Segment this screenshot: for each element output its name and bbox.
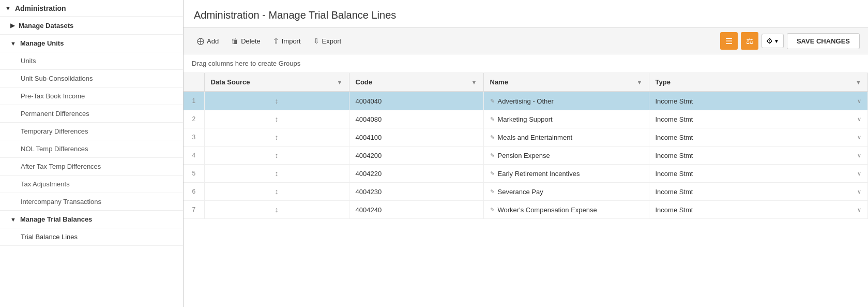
type-value: Income Stmt bbox=[656, 97, 693, 105]
name-value: Pension Expense bbox=[498, 152, 550, 159]
table-row[interactable]: 6 ↕ 4004230 ✎ Severance Pay Income Stmt … bbox=[184, 183, 868, 201]
edit-name-icon[interactable]: ✎ bbox=[490, 98, 495, 105]
delete-button[interactable]: 🗑 Delete bbox=[226, 34, 266, 48]
sidebar-administration-header[interactable]: ▼ Administration bbox=[0, 0, 183, 17]
save-changes-button[interactable]: SAVE CHANGES bbox=[787, 33, 860, 49]
main-header: Administration - Manage Trial Balance Li… bbox=[184, 0, 868, 28]
td-name: ✎ Pension Expense bbox=[483, 147, 649, 165]
sidebar-item-pre-tax-book-income[interactable]: Pre-Tax Book Income bbox=[0, 87, 183, 105]
td-code: 4004230 bbox=[349, 183, 483, 201]
table-row[interactable]: 2 ↕ 4004080 ✎ Marketing Support Income S… bbox=[184, 110, 868, 128]
td-row-num: 6 bbox=[184, 183, 204, 201]
list-view-button[interactable]: ☰ bbox=[720, 32, 738, 50]
edit-name-icon[interactable]: ✎ bbox=[490, 188, 495, 195]
type-dropdown-icon[interactable]: ▼ bbox=[856, 79, 861, 85]
name-dropdown-icon[interactable]: ▼ bbox=[637, 79, 643, 85]
table-row[interactable]: 7 ↕ 4004240 ✎ Worker's Compensation Expe… bbox=[184, 201, 868, 219]
import-button[interactable]: ⇪ Import bbox=[268, 34, 306, 48]
table-row[interactable]: 1 ↕ 4004040 ✎ Advertising - Other Income… bbox=[184, 92, 868, 110]
administration-arrow: ▼ bbox=[5, 5, 11, 11]
manage-units-label: Manage Units bbox=[20, 39, 64, 47]
td-row-num: 2 bbox=[184, 110, 204, 128]
page-title: Administration - Manage Trial Balance Li… bbox=[194, 9, 858, 21]
sidebar-item-manage-units[interactable]: ▼ Manage Units bbox=[0, 35, 183, 52]
sidebar-item-unit-sub-consolidations[interactable]: Unit Sub-Consolidations bbox=[0, 70, 183, 87]
type-row-dropdown-icon[interactable]: ∨ bbox=[857, 188, 861, 195]
sidebar-item-after-tax-temp-differences[interactable]: After Tax Temp Differences bbox=[0, 158, 183, 176]
settings-button[interactable]: ⚙ ▼ bbox=[762, 34, 784, 48]
td-type: Income Stmt ∨ bbox=[649, 201, 868, 219]
td-code: 4004040 bbox=[349, 92, 483, 110]
type-row-dropdown-icon[interactable]: ∨ bbox=[857, 98, 861, 105]
sidebar-item-nol-temp-differences[interactable]: NOL Temp Differences bbox=[0, 140, 183, 158]
td-datasource[interactable]: ↕ bbox=[204, 165, 349, 183]
td-code: 4004080 bbox=[349, 110, 483, 128]
manage-datasets-label: Manage Datasets bbox=[19, 22, 73, 30]
data-source-dropdown-icon[interactable]: ▼ bbox=[337, 79, 343, 85]
table-row[interactable]: 5 ↕ 4004220 ✎ Early Retirement Incentive… bbox=[184, 165, 868, 183]
name-value: Worker's Compensation Expense bbox=[498, 206, 597, 214]
type-row-dropdown-icon[interactable]: ∨ bbox=[857, 152, 861, 159]
td-datasource[interactable]: ↕ bbox=[204, 183, 349, 201]
name-value: Marketing Support bbox=[498, 115, 553, 123]
sidebar-item-trial-balance-lines[interactable]: Trial Balance Lines bbox=[0, 228, 183, 246]
type-row-dropdown-icon[interactable]: ∨ bbox=[857, 116, 861, 123]
code-dropdown-icon[interactable]: ▼ bbox=[471, 79, 477, 85]
export-icon: ⇩ bbox=[313, 37, 319, 45]
type-row-dropdown-icon[interactable]: ∨ bbox=[857, 207, 861, 213]
type-row-dropdown-icon[interactable]: ∨ bbox=[857, 170, 861, 177]
datasource-link-icon: ↕ bbox=[275, 97, 279, 105]
th-name[interactable]: Name ▼ bbox=[483, 73, 649, 92]
gear-icon: ⚙ bbox=[766, 37, 773, 45]
export-button[interactable]: ⇩ Export bbox=[308, 34, 347, 48]
td-datasource[interactable]: ↕ bbox=[204, 147, 349, 165]
td-code: 4004240 bbox=[349, 201, 483, 219]
sidebar-collapse-tab[interactable]: ❮ bbox=[183, 143, 184, 164]
type-row-dropdown-icon[interactable]: ∨ bbox=[857, 134, 861, 141]
add-button[interactable]: ⨁ Add bbox=[192, 34, 224, 48]
manage-trial-balances-label: Manage Trial Balances bbox=[20, 215, 92, 223]
td-name: ✎ Advertising - Other bbox=[483, 92, 649, 110]
th-data-source[interactable]: Data Source ▼ bbox=[204, 73, 349, 92]
th-code[interactable]: Code ▼ bbox=[349, 73, 483, 92]
sidebar-item-permanent-differences[interactable]: Permanent Differences bbox=[0, 105, 183, 123]
type-value: Income Stmt bbox=[656, 206, 693, 214]
sidebar-item-manage-datasets[interactable]: ▶ Manage Datasets bbox=[0, 17, 183, 35]
td-name: ✎ Meals and Entertainment bbox=[483, 128, 649, 147]
administration-label: Administration bbox=[15, 4, 66, 12]
sidebar-item-manage-trial-balances[interactable]: ▼ Manage Trial Balances bbox=[0, 211, 183, 228]
type-value: Income Stmt bbox=[656, 115, 693, 123]
td-code: 4004100 bbox=[349, 128, 483, 147]
sidebar-item-tax-adjustments[interactable]: Tax Adjustments bbox=[0, 176, 183, 193]
td-datasource[interactable]: ↕ bbox=[204, 110, 349, 128]
td-name: ✎ Early Retirement Incentives bbox=[483, 165, 649, 183]
manage-trial-balances-arrow: ▼ bbox=[10, 216, 16, 223]
add-icon: ⨁ bbox=[197, 37, 204, 45]
sidebar-item-intercompany-transactions[interactable]: Intercompany Transactions bbox=[0, 193, 183, 211]
td-datasource[interactable]: ↕ bbox=[204, 201, 349, 219]
edit-name-icon[interactable]: ✎ bbox=[490, 152, 495, 159]
edit-name-icon[interactable]: ✎ bbox=[490, 207, 495, 213]
td-datasource[interactable]: ↕ bbox=[204, 92, 349, 110]
settings-dropdown-arrow: ▼ bbox=[774, 38, 779, 44]
td-row-num: 4 bbox=[184, 147, 204, 165]
sidebar-item-units[interactable]: Units bbox=[0, 52, 183, 70]
sidebar-item-temporary-differences[interactable]: Temporary Differences bbox=[0, 123, 183, 140]
edit-name-icon[interactable]: ✎ bbox=[490, 134, 495, 141]
th-row-num bbox=[184, 73, 204, 92]
toolbar: ⨁ Add 🗑 Delete ⇪ Import ⇩ Export ☰ ⚖ ⚙ ▼ bbox=[184, 28, 868, 54]
edit-name-icon[interactable]: ✎ bbox=[490, 170, 495, 177]
td-type: Income Stmt ∨ bbox=[649, 147, 868, 165]
td-name: ✎ Marketing Support bbox=[483, 110, 649, 128]
drag-hint: Drag columns here to create Groups bbox=[184, 54, 868, 73]
th-type[interactable]: Type ▼ bbox=[649, 73, 868, 92]
type-value: Income Stmt bbox=[656, 188, 693, 196]
name-value: Early Retirement Incentives bbox=[498, 170, 580, 178]
main-content: Administration - Manage Trial Balance Li… bbox=[184, 0, 868, 307]
table-row[interactable]: 4 ↕ 4004200 ✎ Pension Expense Income Stm… bbox=[184, 147, 868, 165]
filter-button[interactable]: ⚖ bbox=[741, 32, 758, 50]
td-datasource[interactable]: ↕ bbox=[204, 128, 349, 147]
table-row[interactable]: 3 ↕ 4004100 ✎ Meals and Entertainment In… bbox=[184, 128, 868, 147]
edit-name-icon[interactable]: ✎ bbox=[490, 116, 495, 123]
td-name: ✎ Worker's Compensation Expense bbox=[483, 201, 649, 219]
